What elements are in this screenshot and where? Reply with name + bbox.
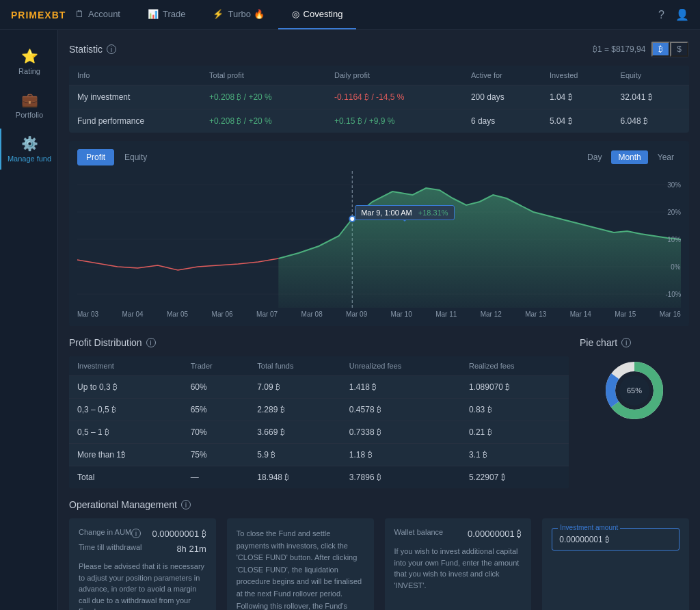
op-mgmt-info-icon[interactable]: i [181, 500, 191, 509]
dist-row-2: 0,5 – 1 ₿ 70% 3.669 ₿ 0.7338 ₿ 0.21 ₿ [69, 421, 569, 444]
trade-icon: 📊 [148, 9, 159, 19]
profit-dist-title-text: Profit Distribution [69, 337, 142, 348]
nav-trade-label: Trade [163, 9, 185, 19]
x-label-2: Mar 05 [167, 310, 188, 318]
wallet-column: Wallet balance 0.00000001 ₿ If you wish … [385, 518, 532, 610]
period-tab-year[interactable]: Year [651, 150, 681, 164]
pie-chart-title-text: Pie chart [580, 337, 617, 348]
account-icon[interactable]: 👤 [675, 8, 689, 21]
withdrawal-value: 8h 21m [176, 544, 206, 554]
sidebar-item-rating[interactable]: ⭐ Rating [0, 41, 57, 82]
x-label-4: Mar 07 [256, 310, 278, 318]
svg-point-6 [349, 216, 355, 222]
x-label-3: Mar 06 [212, 310, 233, 318]
x-axis-labels: Mar 03 Mar 04 Mar 05 Mar 06 Mar 07 Mar 0… [77, 308, 681, 318]
table-row: Fund performance +0.208 ₿ / +20 % +0.15 … [69, 109, 689, 133]
main-content: Statistic i ₿1 = $8179,94 ₿ $ Info Total… [58, 30, 700, 610]
statistic-info-icon[interactable]: i [107, 44, 116, 54]
period-tab-day[interactable]: Day [580, 150, 608, 164]
dist-trader-2: 70% [183, 421, 250, 444]
nav-covesting[interactable]: ◎ Covesting [278, 0, 357, 29]
aum-column: Change in AUM i 0.00000001 ₿ Time till w… [69, 518, 216, 610]
svg-text:30%: 30% [667, 181, 681, 189]
btc-rate-value: ₿1 = $8179,94 [593, 44, 645, 54]
cell-daily-profit-1: -0.1164 ₿ / -14,5 % [326, 85, 463, 109]
op-mgmt-title-text: Operational Management [69, 499, 177, 510]
pie-chart-section: Pie chart i 65% [580, 337, 689, 425]
sidebar-manage-label: Manage fund [8, 155, 51, 163]
withdrawal-label: Time till withdrawal [79, 543, 142, 551]
chart-tab-equity[interactable]: Equity [116, 149, 156, 165]
dist-unrealized-1: 0.4578 ₿ [341, 399, 461, 421]
pie-svg: 65% [600, 356, 669, 425]
close-fund-column: To close the Fund and settle payments wi… [227, 518, 374, 610]
nav-turbo[interactable]: ⚡ Turbo 🔥 [199, 0, 278, 29]
aum-note: Please be advised that it is necessary t… [79, 561, 206, 610]
chart-svg: 30% 20% 10% 0% -10% [77, 171, 681, 308]
x-label-5: Mar 08 [301, 310, 323, 318]
dist-row-total: Total — 18.948 ₿ 3.7896 ₿ 5.22907 ₿ [69, 466, 569, 489]
cell-total-profit-1: +0.208 ₿ / +20 % [201, 85, 326, 109]
chart-controls: Profit Equity Day Month Year [77, 149, 681, 165]
nav-account-label: Account [88, 9, 120, 19]
statistic-header: Statistic i ₿1 = $8179,94 ₿ $ [69, 41, 689, 57]
col-active-for: Active for [463, 66, 541, 85]
dist-col-realized: Realized fees [461, 356, 569, 376]
dist-trader-3: 75% [183, 444, 250, 466]
aum-value: 0.00000001 ₿ [152, 529, 206, 539]
x-label-8: Mar 11 [435, 310, 457, 318]
sidebar-item-portfolio[interactable]: 💼 Portfolio [0, 85, 57, 126]
currency-usd-btn[interactable]: $ [670, 42, 688, 57]
dist-total-0: 7.09 ₿ [249, 376, 341, 399]
wallet-row: Wallet balance 0.00000001 ₿ [394, 528, 522, 539]
profit-dist-header: Profit Distribution i [69, 337, 569, 348]
currency-btc-btn[interactable]: ₿ [651, 42, 670, 57]
statistic-table: Info Total profit Daily profit Active fo… [69, 66, 689, 133]
help-icon[interactable]: ? [658, 9, 664, 21]
period-tab-month[interactable]: Month [611, 150, 647, 164]
pie-chart-info-icon[interactable]: i [621, 338, 631, 347]
svg-text:-10%: -10% [665, 291, 681, 298]
dist-investment-3: More than 1₿ [69, 444, 183, 466]
dist-row-1: 0,3 – 0,5 ₿ 65% 2.289 ₿ 0.4578 ₿ 0.83 ₿ [69, 399, 569, 421]
dist-investment-2: 0,5 – 1 ₿ [69, 421, 183, 444]
chart-container: Profit Equity Day Month Year [69, 141, 689, 326]
chart-tab-profit[interactable]: Profit [77, 149, 114, 165]
x-label-12: Mar 15 [615, 310, 636, 318]
dist-total-1: 2.289 ₿ [249, 399, 341, 421]
operational-management: Operational Management i Change in AUM i… [69, 499, 689, 610]
dist-total-2: 3.669 ₿ [249, 421, 341, 444]
dist-col-investment: Investment [69, 356, 183, 376]
logo-text: PRIME [11, 10, 44, 21]
invest-input[interactable] [559, 535, 672, 544]
tooltip-date: Mar 9, 1:00 AM [361, 209, 412, 217]
sidebar-item-manage-fund[interactable]: ⚙️ Manage fund [0, 129, 57, 170]
cell-daily-profit-2: +0.15 ₿ / +9,9 % [326, 109, 463, 133]
col-daily-profit: Daily profit [326, 66, 463, 85]
chart-tooltip: Mar 9, 1:00 AM +18.31% [355, 205, 454, 220]
aum-info-icon[interactable]: i [131, 529, 141, 538]
svg-text:20%: 20% [667, 209, 681, 216]
withdrawal-row: Time till withdrawal 8h 21m [79, 543, 206, 554]
dist-col-trader: Trader [183, 356, 250, 376]
dist-realized-total: 5.22907 ₿ [461, 466, 569, 489]
top-navigation: PRIMEXBT 🗒 Account 📊 Trade ⚡ Turbo 🔥 ◎ C… [0, 0, 700, 30]
x-label-0: Mar 03 [77, 310, 98, 318]
col-total-profit: Total profit [201, 66, 326, 85]
x-label-9: Mar 12 [481, 310, 502, 318]
dist-investment-0: Up to 0,3 ₿ [69, 376, 183, 399]
dist-realized-3: 3.1 ₿ [461, 444, 569, 466]
op-grid: Change in AUM i 0.00000001 ₿ Time till w… [69, 518, 689, 610]
col-info: Info [69, 66, 201, 85]
profit-dist-info-icon[interactable]: i [146, 338, 156, 347]
invest-input-label: Investment amount [558, 524, 620, 531]
cell-info-2: Fund performance [69, 109, 201, 133]
svg-text:65%: 65% [627, 386, 642, 395]
dist-trader-1: 65% [183, 399, 250, 421]
chart-area: 30% 20% 10% 0% -10% Mar 9, 1:00 AM +18.3… [77, 171, 681, 308]
nav-trade[interactable]: 📊 Trade [134, 0, 199, 29]
dist-row-0: Up to 0,3 ₿ 60% 7.09 ₿ 1.418 ₿ 1.089070 … [69, 376, 569, 399]
x-label-6: Mar 09 [346, 310, 367, 318]
x-label-11: Mar 14 [570, 310, 591, 318]
nav-account[interactable]: 🗒 Account [62, 0, 134, 29]
